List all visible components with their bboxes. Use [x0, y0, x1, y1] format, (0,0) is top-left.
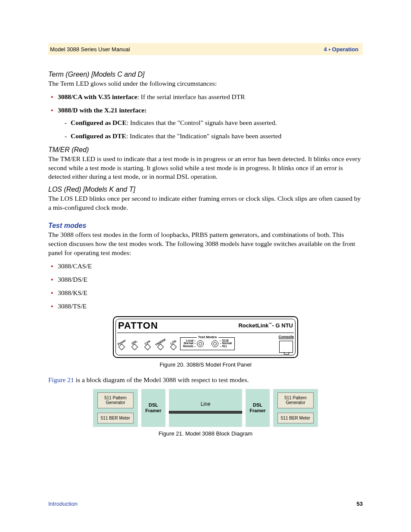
figure-21: 511 Pattern Generator 511 BER Meter DSL …	[48, 389, 363, 437]
header-right-text: 4 • Operation	[324, 46, 358, 53]
term-sub2-bold: Configured as DTE	[71, 132, 126, 140]
heading-tmer: TM/ER (Red)	[48, 146, 363, 154]
led-tmerr: TM/ERR	[156, 341, 165, 349]
box-pattern-gen-left: 511 Pattern Generator	[97, 392, 134, 408]
dsl-right-label: DSL Framer	[246, 402, 270, 413]
testmodes-list: 3088/CAS/E 3088/DS/E 3088/KS/E 3088/TS/E	[48, 262, 363, 311]
heading-testmodes: Test modes	[48, 222, 363, 230]
list-item: 3088/TS/E	[58, 302, 363, 311]
led-los: LOS	[169, 341, 177, 349]
fig21-lead: Figure 21 is a block diagram of the Mode…	[48, 376, 363, 385]
term-b1-rest: : If the serial interface has asserted D…	[137, 93, 245, 100]
led-dsl: DSL	[130, 341, 139, 349]
gen-left-col: 511 Pattern Generator 511 BER Meter	[93, 389, 138, 427]
term-sub1-bold: Configured as DCE	[71, 119, 127, 126]
switch-left-group: Local – Normal – Remote –	[183, 339, 204, 348]
term-bullet-1: 3088/CA with V.35 interface: If the seri…	[58, 93, 363, 102]
led-link: Link	[143, 341, 152, 349]
brand-logo: PATTON	[118, 320, 158, 331]
testmodes-box: Test Modes Local – Normal – Remote – – 5…	[180, 337, 235, 350]
page-number: 53	[357, 501, 363, 507]
sw-label: – 511	[220, 345, 232, 348]
switch-right-group: – 511E – Normal – 511	[212, 339, 232, 348]
page-footer: Introduction 53	[48, 501, 363, 507]
switch-right-labels: – 511E – Normal – 511	[220, 339, 232, 348]
line-label: Line	[201, 401, 211, 407]
testmodes-title: Test Modes	[196, 335, 218, 339]
toggle-switch-icon	[197, 340, 204, 347]
footer-section-link[interactable]: Introduction	[48, 501, 78, 507]
gen-right-col: 511 Pattern Generator 511 BER Meter	[273, 389, 318, 427]
figure-20: PATTON RocketLink™- G NTU Power DSL Link…	[48, 316, 363, 368]
dsl-left: DSL Framer	[141, 389, 165, 427]
box-ber-left: 511 BER Meter	[97, 413, 134, 424]
term-sub1-rest: : Indicates that the "Control" signals h…	[127, 119, 277, 126]
header-left-text: Model 3088 Series User Manual	[50, 46, 130, 53]
term-b1-bold: 3088/CA with V.35 interface	[58, 93, 137, 100]
tmer-body: The TM/ER LED is used to indicate that a…	[48, 155, 363, 182]
term-intro: The Term LED glows solid under the follo…	[48, 79, 363, 88]
los-body: The LOS LED blinks once per second to in…	[48, 194, 363, 212]
dsl-right: DSL Framer	[246, 389, 270, 427]
figure-20-caption: Figure 20. 3088/S Model Front Panel	[48, 361, 363, 368]
dsl-left-label: DSL Framer	[141, 402, 165, 413]
led-power: Power	[117, 341, 126, 349]
led-row: Power DSL Link TM/ERR LOS	[117, 335, 177, 349]
sw-label: Remote –	[183, 345, 196, 348]
panel-bottom-row: Power DSL Link TM/ERR LOS Test Modes Loc…	[117, 335, 294, 353]
rj45-port-icon	[279, 341, 293, 353]
toggle-switch-icon	[212, 340, 218, 347]
panel-top-row: PATTON RocketLink™- G NTU	[117, 320, 294, 332]
term-sublist: Configured as DCE: Indicates that the "C…	[58, 118, 363, 141]
testmodes-intro: The 3088 offers test modes in the form o…	[48, 230, 363, 258]
term-bullets: 3088/CA with V.35 interface: If the seri…	[48, 93, 363, 141]
box-pattern-gen-right: 511 Pattern Generator	[277, 392, 314, 408]
term-sub-1: Configured as DCE: Indicates that the "C…	[71, 118, 363, 128]
heading-term: Term (Green) [Models C and D]	[48, 71, 363, 78]
figure-21-link[interactable]: Figure 21	[48, 376, 74, 383]
page-header: Model 3088 Series User Manual 4 • Operat…	[48, 43, 363, 55]
front-panel: PATTON RocketLink™- G NTU Power DSL Link…	[113, 316, 298, 358]
line-bar-icon	[169, 411, 242, 414]
list-item: 3088/DS/E	[58, 275, 363, 284]
page: Model 3088 Series User Manual 4 • Operat…	[0, 0, 411, 532]
console-group: Console	[278, 335, 294, 353]
console-label: Console	[278, 335, 294, 339]
heading-los: LOS (Red) [Models K and T]	[48, 186, 363, 193]
term-sub2-rest: : Indicates that the "Indication" signal…	[126, 132, 281, 140]
fig21-lead-rest: is a block diagram of the Model 3088 wit…	[74, 376, 249, 383]
list-item: 3088/CAS/E	[58, 262, 363, 271]
product-name: RocketLink™- G NTU	[238, 322, 293, 329]
list-item: 3088/KS/E	[58, 289, 363, 298]
term-sub-2: Configured as DTE: Indicates that the "I…	[71, 132, 363, 141]
figure-21-caption: Figure 21. Model 3088 Block Diagram	[48, 430, 363, 437]
box-ber-right: 511 BER Meter	[277, 413, 314, 424]
panel-divider	[117, 333, 294, 333]
term-bullet-2: 3088/D with the X.21 interface: Configur…	[58, 106, 363, 141]
switch-left-labels: Local – Normal – Remote –	[183, 339, 196, 348]
term-b2-bold: 3088/D with the X.21 interface:	[58, 106, 146, 114]
block-diagram: 511 Pattern Generator 511 BER Meter DSL …	[93, 389, 318, 427]
line-col: Line	[169, 389, 242, 427]
